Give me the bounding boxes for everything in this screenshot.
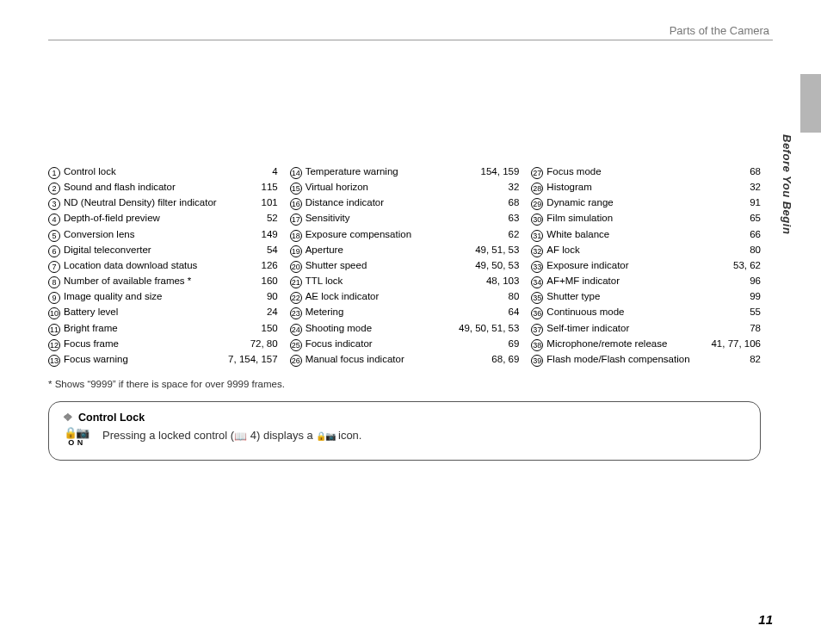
- circled-number: 34: [531, 276, 543, 288]
- index-label: Shutter speed: [306, 257, 367, 273]
- book-icon: 📖: [234, 430, 247, 443]
- index-label: Sensitivity: [306, 210, 350, 226]
- index-label: Self-timer indicator: [546, 320, 629, 336]
- page-number: 11: [758, 612, 773, 627]
- index-label: Shooting mode: [306, 320, 372, 336]
- section-title: Parts of the Camera: [670, 24, 769, 37]
- index-pages: 68: [750, 164, 761, 179]
- circled-number: 32: [531, 245, 543, 257]
- index-row: 8Number of available frames *160: [48, 273, 278, 288]
- index-row: 21TTL lock48, 103: [290, 273, 520, 288]
- circled-number: 27: [531, 167, 543, 179]
- circled-number: 6: [48, 245, 60, 257]
- index-label: Shutter type: [546, 288, 600, 304]
- circled-number: 17: [290, 214, 302, 226]
- index-label: AF lock: [546, 242, 579, 257]
- index-row: 7Location data download status126: [48, 257, 278, 273]
- index-label: Number of available frames *: [64, 273, 191, 288]
- index-label: Film simulation: [546, 210, 613, 226]
- index-pages: 91: [750, 195, 761, 210]
- index-label: Temperature warning: [306, 164, 398, 179]
- circled-number: 31: [531, 230, 543, 242]
- index-row: 10Battery level24: [48, 304, 278, 319]
- index-row: 9Image quality and size90: [48, 288, 278, 304]
- index-label: Control lock: [64, 164, 116, 179]
- index-row: 6Digital teleconverter54: [48, 242, 278, 257]
- index-label: White balance: [546, 226, 609, 242]
- callout-control-lock: ❖ Control Lock 🔒📷 O N Pressing a locked …: [48, 401, 761, 461]
- index-row: 17Sensitivity63: [290, 210, 520, 226]
- index-row: 11Bright frame150: [48, 320, 278, 336]
- index-pages: 32: [509, 179, 520, 195]
- index-label: AE lock indicator: [306, 288, 380, 304]
- index-pages: 63: [509, 210, 520, 226]
- circled-number: 13: [48, 355, 60, 367]
- gear-icon: ❖: [63, 411, 73, 424]
- index-row: 33Exposure indicator53, 62: [531, 257, 761, 273]
- index-row: 20Shutter speed49, 50, 53: [290, 257, 520, 273]
- index-pages: 32: [750, 179, 761, 195]
- index-row: 16Distance indicator68: [290, 195, 520, 210]
- index-pages: 154, 159: [481, 164, 520, 179]
- index-label: Focus warning: [64, 351, 128, 367]
- circled-number: 26: [290, 355, 302, 367]
- circled-number: 21: [290, 276, 302, 288]
- index-row: 24Shooting mode49, 50, 51, 53: [290, 320, 520, 336]
- index-label: Exposure indicator: [546, 257, 628, 273]
- index-pages: 126: [261, 257, 277, 273]
- callout-title: Control Lock: [78, 412, 145, 424]
- index-label: Dynamic range: [546, 195, 613, 210]
- circled-number: 22: [290, 292, 302, 304]
- index-row: 3ND (Neutral Density) filter indicator10…: [48, 195, 278, 210]
- circled-number: 19: [290, 245, 302, 257]
- circled-number: 14: [290, 167, 302, 179]
- header-rule: [48, 40, 773, 40]
- index-label: Flash mode/Flash compensation: [546, 351, 689, 367]
- circled-number: 18: [290, 230, 302, 242]
- index-label: Focus mode: [546, 164, 601, 179]
- index-pages: 150: [261, 320, 277, 336]
- circled-number: 33: [531, 261, 543, 273]
- index-row: 39Flash mode/Flash compensation82: [531, 351, 761, 367]
- index-row: 12Focus frame72, 80: [48, 336, 278, 351]
- circled-number: 36: [531, 307, 543, 319]
- index-row: 31White balance66: [531, 226, 761, 242]
- index-label: AF+MF indicator: [546, 273, 620, 288]
- index-row: 29Dynamic range91: [531, 195, 761, 210]
- index-pages: 78: [750, 320, 761, 336]
- circled-number: 30: [531, 214, 543, 226]
- circled-number: 8: [48, 276, 60, 288]
- index-pages: 41, 77, 106: [711, 336, 761, 351]
- index-pages: 68: [509, 195, 520, 210]
- lock-camera-small-icon: 🔒📷: [316, 431, 335, 441]
- index-pages: 62: [509, 226, 520, 242]
- circled-number: 2: [48, 183, 60, 195]
- circled-number: 12: [48, 339, 60, 351]
- circled-number: 37: [531, 324, 543, 336]
- index-pages: 99: [750, 288, 761, 304]
- side-tab-label: Before You Begin: [781, 134, 793, 234]
- circled-number: 35: [531, 292, 543, 304]
- index-pages: 55: [750, 304, 761, 319]
- index-columns: 1Control lock42Sound and flash indicator…: [48, 164, 761, 367]
- index-pages: 48, 103: [486, 273, 519, 288]
- circled-number: 29: [531, 198, 543, 210]
- index-label: Focus frame: [64, 336, 119, 351]
- index-row: 19Aperture49, 51, 53: [290, 242, 520, 257]
- index-label: Microphone/remote release: [546, 336, 667, 351]
- circled-number: 23: [290, 307, 302, 319]
- index-label: Bright frame: [64, 320, 118, 336]
- index-row: 37Self-timer indicator78: [531, 320, 761, 336]
- index-row: 27Focus mode68: [531, 164, 761, 179]
- index-row: 32AF lock80: [531, 242, 761, 257]
- circled-number: 16: [290, 198, 302, 210]
- index-pages: 4: [272, 164, 277, 179]
- index-label: Focus indicator: [306, 336, 373, 351]
- circled-number: 1: [48, 167, 60, 179]
- index-label: Exposure compensation: [306, 226, 411, 242]
- circled-number: 25: [290, 339, 302, 351]
- index-pages: 101: [261, 195, 277, 210]
- index-label: Continuous mode: [546, 304, 624, 319]
- index-row: 25Focus indicator69: [290, 336, 520, 351]
- circled-number: 4: [48, 214, 60, 226]
